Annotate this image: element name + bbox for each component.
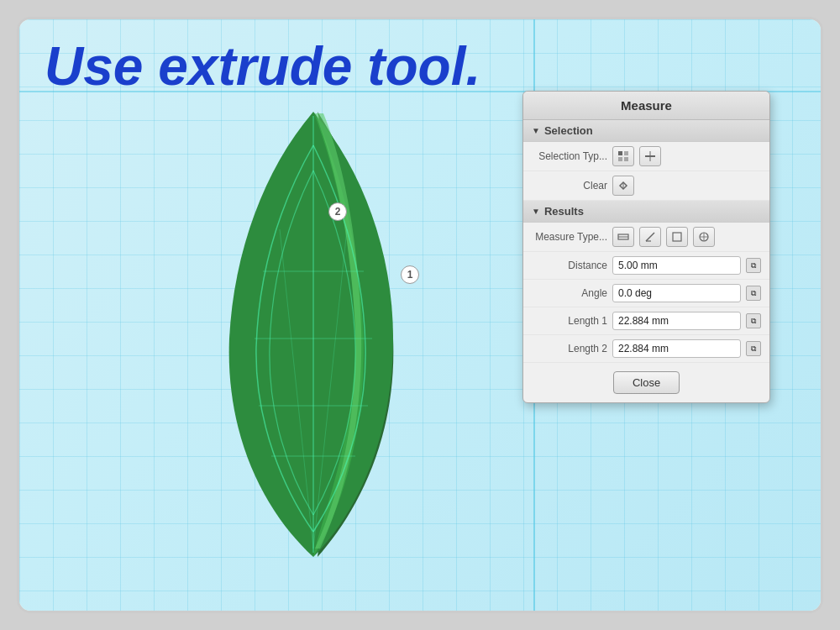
selection-section-header: ▼ Selection (523, 120, 769, 142)
length2-copy-btn[interactable]: ⧉ (746, 341, 761, 356)
distance-row: Distance 5.00 mm ⧉ (523, 252, 769, 280)
selection-type-btn-1[interactable] (612, 146, 634, 166)
measure-type-btn-1[interactable] (612, 227, 634, 247)
svg-rect-12 (624, 151, 628, 155)
selection-arrow: ▼ (532, 126, 540, 135)
instruction-text: Use extrude tool. (45, 36, 480, 98)
measure-type-btn-3[interactable] (666, 227, 688, 247)
results-label: Results (544, 205, 584, 218)
length2-label: Length 2 (532, 343, 607, 354)
main-frame: 2 1 2 1 Use extrude tool. Measure ▼ Sele… (17, 17, 823, 613)
point-marker-1: 1 (401, 265, 419, 284)
angle-label: Angle (532, 287, 607, 299)
length2-value: 22.884 mm (612, 339, 741, 358)
point-marker-2: 2 (328, 202, 347, 221)
distance-value: 5.00 mm (612, 256, 741, 275)
selection-label: Selection (544, 124, 593, 137)
angle-copy-btn[interactable]: ⧉ (746, 286, 761, 301)
leaf-model: 2 1 (187, 103, 439, 574)
distance-copy-btn[interactable]: ⧉ (746, 258, 761, 273)
selection-type-label: Selection Typ... (532, 150, 607, 162)
svg-rect-11 (618, 151, 622, 155)
svg-rect-13 (618, 157, 622, 161)
results-arrow: ▼ (532, 207, 540, 216)
measure-type-btn-2[interactable] (639, 227, 661, 247)
length1-copy-btn[interactable]: ⧉ (746, 313, 761, 328)
selection-type-row: Selection Typ... (523, 142, 769, 171)
close-button[interactable]: Close (613, 371, 680, 394)
measure-type-row: Measure Type... (523, 223, 769, 252)
length2-row: Length 2 22.884 mm ⧉ (523, 335, 769, 363)
clear-row: Clear (523, 171, 769, 201)
results-section-header: ▼ Results (523, 201, 769, 223)
panel-title: Measure (523, 92, 769, 120)
measure-type-label: Measure Type... (532, 231, 607, 243)
svg-line-20 (646, 233, 654, 241)
clear-label: Clear (532, 180, 607, 192)
length1-label: Length 1 (532, 315, 607, 327)
measure-panel: Measure ▼ Selection Selection Typ... Cle… (522, 91, 770, 403)
svg-rect-22 (673, 233, 681, 241)
angle-value: 0.0 deg (612, 284, 741, 302)
distance-label: Distance (532, 260, 607, 271)
svg-rect-16 (649, 151, 651, 161)
measure-type-btn-4[interactable] (693, 227, 715, 247)
angle-row: Angle 0.0 deg ⧉ (523, 280, 769, 307)
length1-row: Length 1 22.884 mm ⧉ (523, 307, 769, 335)
length1-value: 22.884 mm (612, 312, 741, 330)
selection-type-btn-2[interactable] (639, 146, 661, 166)
clear-btn[interactable] (612, 176, 634, 196)
svg-rect-14 (624, 157, 628, 161)
